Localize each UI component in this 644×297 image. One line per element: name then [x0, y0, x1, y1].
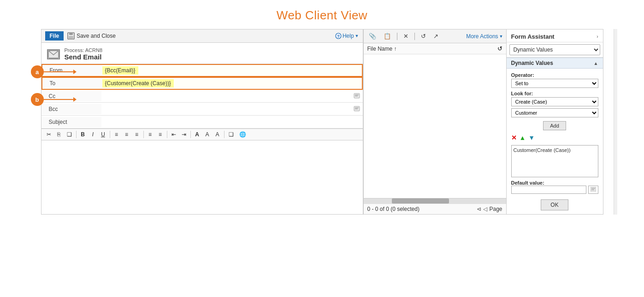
fa-ok-button[interactable]: OK — [541, 199, 568, 210]
subject-input[interactable] — [101, 117, 363, 127]
default-value-input-wrap — [511, 186, 598, 194]
rte-align-center-btn[interactable]: ≡ — [122, 130, 131, 139]
rte-outdent-btn[interactable]: ⇥ — [179, 130, 189, 139]
attach-add-btn[interactable]: 📎 — [366, 31, 378, 41]
pagination: ⊲ ◁ Page — [477, 206, 502, 212]
attach-footer: 0 - 0 of 0 (0 selected) ⊲ ◁ Page — [364, 204, 506, 214]
rte-bold-btn[interactable]: B — [78, 130, 88, 139]
bcc-lookup-icon[interactable] — [353, 105, 361, 113]
fa-move-up-btn[interactable]: ▲ — [520, 134, 526, 141]
help-button[interactable]: ? Help ▼ — [335, 33, 359, 39]
fa-body: Operator: Set to Look for: Create (Case)… — [507, 69, 603, 214]
rte-sep2 — [110, 131, 110, 138]
rte-sep3 — [143, 131, 144, 138]
process-info: Process: ACRN8 Send Email — [65, 47, 103, 61]
first-page-btn[interactable]: ⊲ — [477, 206, 481, 212]
process-label: Process: ACRN8 — [65, 47, 103, 53]
fa-section-header: Dynamic Values ▲ — [507, 58, 603, 69]
more-actions-button[interactable]: More Actions ▼ — [466, 33, 503, 40]
fa-main-dropdown[interactable]: Dynamic Values — [509, 44, 600, 55]
cc-field-row: Cc — [41, 90, 363, 103]
email-form-panel: File Save and Close ? — [41, 29, 363, 214]
rte-ol-btn[interactable]: ≡ — [146, 130, 155, 139]
attach-sep1 — [397, 33, 397, 40]
file-name-label: File Name ↑ — [367, 46, 397, 52]
form-toolbar: File Save and Close ? — [41, 29, 363, 43]
from-value: {Bcc(Email)} — [102, 66, 138, 75]
rte-template-btn[interactable]: ❑ — [226, 130, 236, 139]
default-value-input[interactable] — [511, 186, 586, 194]
fa-move-down-btn[interactable]: ▼ — [528, 134, 535, 141]
fa-section-arrow: ▲ — [594, 61, 598, 66]
rte-italic-btn[interactable]: I — [89, 130, 98, 139]
rte-sep4 — [167, 131, 167, 138]
from-field-row: From {Bcc(Email)} — [41, 64, 363, 77]
rte-underline-btn[interactable]: U — [99, 130, 108, 139]
rte-sep6 — [224, 131, 225, 138]
rte-align-right-btn[interactable]: ≡ — [132, 130, 142, 139]
look-for-select2[interactable]: Customer — [511, 108, 598, 117]
bcc-input-wrap[interactable] — [101, 104, 363, 114]
attachment-list — [364, 54, 506, 198]
rte-font-btn[interactable]: A — [213, 130, 222, 139]
look-for-select1[interactable]: Create (Case) — [511, 97, 598, 106]
form-assistant-panel: Form Assistant › Dynamic Values Dynamic … — [506, 29, 603, 214]
attach-sep2 — [414, 33, 415, 40]
prev-page-btn[interactable]: ◁ — [483, 206, 487, 212]
to-field-row: To {Customer(Create (Case))} — [41, 77, 363, 90]
default-value-field: Default value: — [511, 180, 598, 194]
svg-rect-12 — [591, 187, 596, 192]
rte-cut-btn[interactable]: ✂ — [44, 130, 53, 139]
svg-rect-1 — [69, 33, 73, 35]
annotation-a: a — [31, 65, 44, 78]
fa-remove-btn[interactable]: ✕ — [511, 134, 517, 141]
look-for-field: Look for: Create (Case) Customer — [511, 91, 598, 117]
look-for-label: Look for: — [511, 91, 598, 96]
rte-align-left-btn[interactable]: ≡ — [112, 130, 121, 139]
cc-lookup-icon[interactable] — [353, 92, 361, 100]
rte-copy-btn[interactable]: ⎘ — [54, 130, 64, 139]
file-button[interactable]: File — [45, 31, 64, 41]
bcc-field-row: Bcc — [41, 103, 363, 116]
from-input-wrap: {Bcc(Email)} — [102, 66, 362, 75]
cc-input-wrap[interactable] — [101, 91, 363, 101]
rte-font-color-btn[interactable]: A — [193, 130, 202, 139]
save-close-button[interactable]: Save and Close — [67, 32, 116, 40]
subject-label: Subject — [41, 117, 101, 127]
rte-sep1 — [76, 131, 77, 138]
fa-title: Form Assistant — [511, 33, 555, 40]
subject-input-wrap[interactable] — [101, 117, 363, 127]
operator-select[interactable]: Set to — [511, 79, 598, 88]
file-name-refresh-btn[interactable]: ↺ — [497, 45, 502, 52]
operator-label: Operator: — [511, 72, 598, 78]
fa-action-icons: ✕ ▲ ▼ — [511, 134, 598, 141]
email-body-editor[interactable] — [41, 140, 363, 214]
bcc-label: Bcc — [41, 104, 101, 114]
cc-input[interactable] — [101, 91, 363, 101]
attach-toolbar: 📎 📋 ✕ ↺ ↗ More Actions ▼ — [364, 29, 506, 43]
attach-delete-btn[interactable]: ✕ — [401, 31, 411, 41]
horizontal-scrollbar[interactable] — [364, 198, 506, 204]
rte-paste-btn[interactable]: ❑ — [65, 130, 74, 139]
page-title: Web Client View — [0, 0, 644, 29]
svg-rect-2 — [69, 36, 73, 39]
bcc-input[interactable] — [101, 104, 363, 114]
operator-field: Operator: Set to — [511, 72, 598, 88]
record-count: 0 - 0 of 0 (0 selected) — [367, 206, 419, 212]
rte-insert-btn[interactable]: 🌐 — [237, 130, 248, 139]
attach-notes-btn[interactable]: 📋 — [381, 31, 393, 41]
rte-font-size-btn[interactable]: A — [203, 130, 212, 139]
rte-indent-btn[interactable]: ⇤ — [169, 130, 178, 139]
process-header: Process: ACRN8 Send Email — [41, 43, 363, 64]
default-value-lookup-btn[interactable] — [588, 186, 598, 194]
fa-expand-icon[interactable]: › — [597, 34, 598, 39]
fa-add-button[interactable]: Add — [543, 121, 566, 130]
process-name: Send Email — [65, 53, 103, 61]
list-item: Customer(Create (Case)) — [514, 147, 596, 153]
fa-values-list: Customer(Create (Case)) — [511, 145, 598, 177]
file-name-header: File Name ↑ ↺ — [364, 43, 506, 54]
rte-ul-btn[interactable]: ≡ — [156, 130, 165, 139]
attach-refresh-btn[interactable]: ↺ — [419, 31, 428, 41]
default-value-label: Default value: — [511, 180, 598, 186]
attach-export-btn[interactable]: ↗ — [431, 31, 441, 41]
